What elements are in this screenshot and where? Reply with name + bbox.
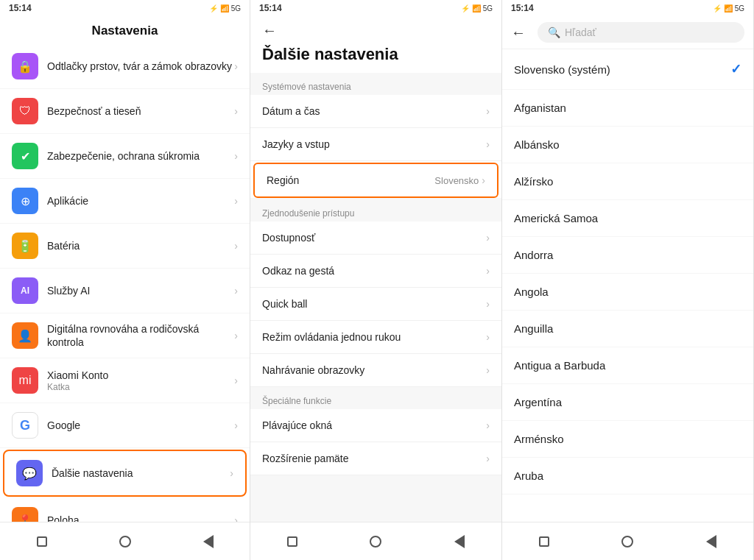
- status-icons-3: ⚡ 📶 5G: [713, 4, 744, 13]
- section-label-Systémovénastavenia: Systémové nastavenia: [250, 73, 501, 95]
- circle-icon-2: [370, 536, 381, 547]
- rozsirenie-text: Rozšírenie pamäte: [262, 453, 486, 464]
- slovensko-check-icon: ✓: [730, 61, 741, 77]
- row-dostupnost[interactable]: Dostupnosť›: [250, 221, 501, 255]
- nav-back-btn-3[interactable]: [700, 530, 723, 553]
- rezim-chevron: ›: [486, 331, 490, 343]
- bottom-nav-1: [0, 522, 250, 560]
- region-item-anguilla[interactable]: Anguilla: [502, 311, 753, 347]
- region-item-andorra[interactable]: Andorra: [502, 237, 753, 274]
- rezim-text: Režim ovládania jednou rukou: [262, 331, 486, 343]
- privacy-icon: ✔: [12, 143, 38, 169]
- region-item-afganistan[interactable]: Afganistan: [502, 90, 753, 127]
- search-box[interactable]: 🔍 Hľadať: [538, 22, 744, 43]
- antigua-name: Antigua a Barbuda: [514, 359, 605, 372]
- settings-item-dalssie[interactable]: 💬Ďalšie nastavenia›: [3, 450, 247, 497]
- albansko-name: Albánsko: [514, 138, 560, 151]
- status-icons-1: ⚡ 📶 5G: [209, 4, 241, 13]
- settings-card: Plávajúce okná›Rozšírenie pamäte›: [250, 409, 501, 475]
- andorra-name: Andorra: [514, 249, 553, 261]
- settings-item-screen[interactable]: 🔒Odtlačky prstov, tvár a zámok obrazovky…: [0, 44, 250, 89]
- settings-panel: 15:14 ⚡ 📶 5G Nastavenia 🔒Odtlačky prstov…: [0, 0, 250, 560]
- row-plavajuce[interactable]: Plávajúce okná›: [250, 409, 501, 442]
- settings-item-ai[interactable]: AISlužby AI›: [0, 269, 250, 313]
- privacy-chevron: ›: [234, 150, 238, 162]
- poloha-icon: 📍: [12, 507, 38, 522]
- region-item-armensko[interactable]: Arménsko: [502, 421, 753, 458]
- region-item-aruba[interactable]: Aruba: [502, 458, 753, 495]
- region-item-albansko[interactable]: Albánsko: [502, 127, 753, 163]
- nav-circle-btn-2[interactable]: [364, 530, 387, 553]
- poloha-label: Poloha: [47, 514, 234, 522]
- nav-square-btn-1[interactable]: [30, 530, 54, 553]
- nav-back-btn-1[interactable]: [197, 530, 220, 553]
- ai-label: Služby AI: [47, 284, 234, 297]
- nav-back-btn-2[interactable]: [448, 530, 471, 553]
- americkasamoa-name: Americká Samoa: [514, 212, 598, 224]
- row-odkaz[interactable]: Odkaz na gestá›: [250, 255, 501, 288]
- xiaomi-label: Xiaomi Konto: [47, 369, 234, 382]
- security-chevron: ›: [234, 105, 238, 117]
- xiaomi-chevron: ›: [234, 375, 238, 386]
- google-icon: G: [12, 412, 38, 439]
- row-region[interactable]: RegiónSlovensko›: [253, 163, 498, 198]
- row-jazyky[interactable]: Jazyky a vstup›: [250, 128, 501, 161]
- region-item-argentina[interactable]: Argentína: [502, 384, 753, 421]
- row-rozsirenie[interactable]: Rozšírenie pamäte›: [250, 442, 501, 475]
- region-item-antigua[interactable]: Antigua a Barbuda: [502, 347, 753, 384]
- panel2-content: Systémové nastaveniaDátum a čas›Jazyky a…: [250, 73, 501, 522]
- row-nahravanie[interactable]: Nahrávanie obrazovky›: [250, 354, 501, 387]
- region-item-angola[interactable]: Angola: [502, 274, 753, 311]
- settings-item-xiaomi[interactable]: miXiaomi KontoKatka›: [0, 358, 250, 403]
- settings-item-google[interactable]: GGoogle›: [0, 403, 250, 448]
- battery-icon: 🔋: [12, 233, 38, 259]
- signal-icon-2: 5G: [483, 4, 493, 13]
- battery-chevron: ›: [234, 240, 238, 252]
- armensko-name: Arménsko: [514, 433, 564, 445]
- angola-name: Angola: [514, 286, 549, 298]
- anguilla-name: Anguilla: [514, 322, 553, 335]
- signal-icon: 5G: [231, 4, 241, 13]
- status-bar-1: 15:14 ⚡ 📶 5G: [0, 0, 250, 16]
- region-item-alzirsko[interactable]: Alžírsko: [502, 163, 753, 200]
- search-placeholder: Hľadať: [565, 26, 596, 38]
- settings-item-digital[interactable]: 👤Digitálna rovnováha a rodičovská kontro…: [0, 313, 250, 358]
- settings-item-security[interactable]: 🛡Bezpečnosť a tieseň›: [0, 89, 250, 134]
- digital-label: Digitálna rovnováha a rodičovská kontrol…: [47, 322, 234, 349]
- settings-item-poloha[interactable]: 📍Poloha›: [0, 498, 250, 522]
- region-item-americkasamoa[interactable]: Americká Samoa: [502, 200, 753, 237]
- settings-item-apps[interactable]: ⊕Aplikácie›: [0, 179, 250, 224]
- panel3-header: ← 🔍 Hľadať: [502, 16, 753, 49]
- time-2: 15:14: [259, 3, 282, 13]
- nav-square-btn-2[interactable]: [281, 530, 304, 553]
- back-button-3[interactable]: ←: [511, 24, 526, 41]
- settings-list: 🔒Odtlačky prstov, tvár a zámok obrazovky…: [0, 44, 250, 522]
- time-1: 15:14: [9, 3, 32, 13]
- row-quickball[interactable]: Quick ball›: [250, 288, 501, 321]
- alzirsko-name: Alžírsko: [514, 175, 553, 188]
- privacy-label: Zabezpečenie, ochrana súkromia: [47, 149, 234, 163]
- dostupnost-text: Dostupnosť: [262, 232, 486, 244]
- nav-circle-btn-1[interactable]: [113, 530, 137, 553]
- argentina-name: Argentína: [514, 396, 562, 408]
- additional-settings-panel: 15:14 ⚡ 📶 5G ← Ďalšie nastavenia Systémo…: [250, 0, 502, 560]
- back-button-2[interactable]: ←: [262, 22, 277, 39]
- settings-item-battery[interactable]: 🔋Batéria›: [0, 224, 250, 269]
- xiaomi-icon: mi: [12, 367, 38, 394]
- region-item-slovensko[interactable]: Slovensko (systém)✓: [502, 49, 753, 90]
- ai-chevron: ›: [234, 285, 238, 297]
- datum-chevron: ›: [486, 105, 490, 117]
- wifi-icon: 📶: [220, 4, 229, 13]
- triangle-icon-2: [454, 535, 465, 548]
- datum-text: Dátum a čas: [262, 105, 486, 117]
- nav-circle-btn-3[interactable]: [616, 530, 639, 553]
- settings-item-privacy[interactable]: ✔Zabezpečenie, ochrana súkromia›: [0, 134, 250, 179]
- nav-square-btn-3[interactable]: [532, 530, 556, 553]
- row-rezim[interactable]: Režim ovládania jednou rukou›: [250, 321, 501, 354]
- row-datum[interactable]: Dátum a čas›: [250, 95, 501, 128]
- apps-label: Aplikácie: [47, 194, 234, 208]
- jazyky-text: Jazyky a vstup: [262, 138, 486, 150]
- battery-label: Batéria: [47, 239, 234, 252]
- settings-card: Dátum a čas›Jazyky a vstup›RegiónSlovens…: [250, 95, 501, 198]
- plavajuce-text: Plávajúce okná: [262, 419, 486, 431]
